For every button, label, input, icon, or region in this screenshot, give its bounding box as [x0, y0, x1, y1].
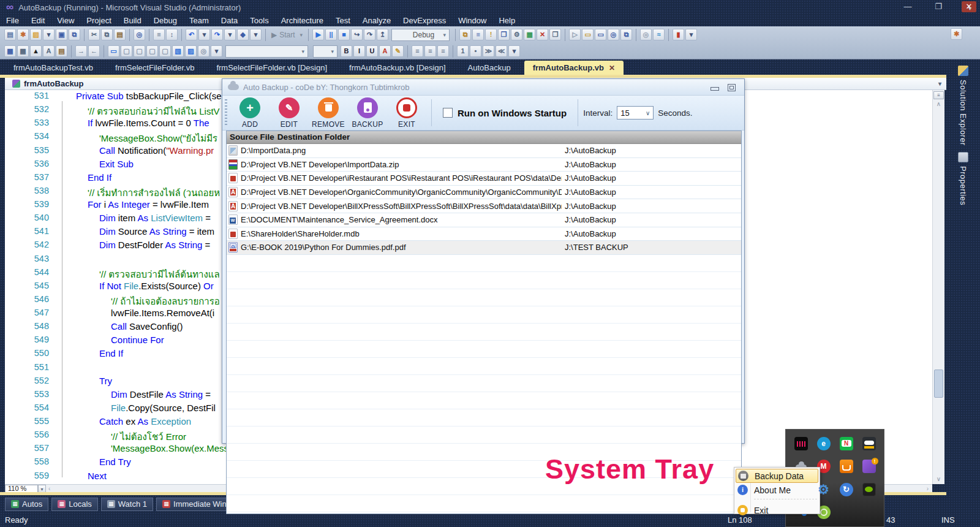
vertical-scroll-thumb[interactable]	[934, 370, 943, 398]
toolbar-item[interactable]	[308, 29, 309, 41]
toolbar-item[interactable]: ❒	[498, 29, 510, 40]
toolbar-item[interactable]: ▢	[159, 45, 171, 57]
toolbar-item[interactable]: ↷	[211, 29, 223, 40]
toolbar-item[interactable]: ≈	[653, 29, 665, 40]
toolbar-item[interactable]: ✱	[17, 29, 29, 40]
toolbar-item[interactable]: ▷	[569, 29, 581, 40]
dialog-toolbar-button[interactable]: ✎ EDIT	[270, 97, 309, 129]
tab-overflow-icon[interactable]: ▾	[968, 5, 971, 12]
table-row[interactable]: D:\Project VB.NET Developer\BillXPressSo…	[227, 199, 741, 213]
toolbar-item[interactable]: ⧉	[69, 29, 80, 40]
menu-item[interactable]: Data	[215, 15, 244, 26]
startup-checkbox-group[interactable]: Run on Windows Startup	[443, 108, 567, 118]
toolbar-item[interactable]: ▦	[524, 29, 535, 40]
toolbar-item[interactable]: →	[75, 45, 87, 57]
toolbar-item[interactable]: ≡	[412, 45, 423, 57]
tool-window-tab[interactable]: Properties	[946, 152, 980, 205]
toolbar-item[interactable]	[225, 45, 308, 58]
toolbar-item[interactable]: ↕	[166, 29, 178, 40]
menu-item[interactable]: Debug	[148, 15, 183, 26]
debug-panel-tab[interactable]: ▦ Autos	[5, 498, 48, 511]
tab-close-icon[interactable]: ✕	[609, 64, 615, 72]
toolbar-item[interactable]: ≡	[437, 45, 449, 57]
toolbar-item[interactable]: ▭	[595, 29, 606, 40]
menu-item[interactable]: Build	[118, 15, 148, 26]
toolbar-item[interactable]: ⚙	[511, 29, 522, 40]
document-tab[interactable]: frmSelectFileFolder.vb	[107, 61, 208, 75]
document-tab[interactable]: frmAutoBackupTest.vb	[5, 61, 107, 75]
toolbar-item[interactable]	[84, 29, 85, 41]
table-row[interactable]: G:\E-BOOK 2019\Python For Dummies.pdf.pd…	[227, 241, 741, 255]
tray-icon[interactable]	[862, 437, 876, 450]
toolbar-item[interactable]: ↷	[364, 29, 375, 40]
toolbar-item[interactable]: ↥	[377, 29, 388, 40]
menu-item[interactable]: File	[0, 15, 25, 26]
dialog-toolbar-button[interactable]: + ADD	[230, 97, 270, 129]
toolbar-item[interactable]: A	[43, 45, 55, 57]
interval-combo[interactable]: 15 ∨	[617, 106, 654, 119]
toolbar-item[interactable]: ≫	[483, 45, 494, 57]
menu-item[interactable]: Architecture	[275, 15, 330, 26]
toolbar-item[interactable]: ▾	[43, 29, 55, 40]
toolbar-item[interactable]	[668, 29, 669, 41]
toolbar-item[interactable]: ▭	[108, 45, 119, 57]
toolbar-item[interactable]: !	[485, 29, 497, 40]
toolbar-item[interactable]: ≪	[496, 45, 507, 57]
toolbar-item[interactable]	[636, 29, 636, 41]
table-row[interactable]: D:\ImportData.png J:\AutoBackup	[227, 144, 741, 158]
dialog-minimize-icon[interactable]	[710, 87, 719, 91]
menu-item[interactable]: Window	[452, 15, 492, 26]
document-tab[interactable]: frmSelectFileFolder.vb [Design]	[208, 61, 341, 75]
toolbar-item[interactable]: ▧	[172, 45, 184, 57]
column-header[interactable]: Source File	[227, 131, 274, 143]
toolbar-item[interactable]: ✎	[392, 45, 404, 57]
toolbar-item[interactable]: ▦	[17, 45, 29, 57]
maximize-button[interactable]: ❐	[931, 1, 946, 12]
tray-icon[interactable]: e	[817, 437, 831, 450]
table-row[interactable]: D:\Project VB.NET Developer\OrganicCommu…	[227, 186, 741, 200]
toolbar-item[interactable]	[313, 45, 337, 58]
toolbar-item[interactable]: ▤	[4, 29, 16, 40]
zoom-dropdown-icon[interactable]: ▾	[38, 485, 46, 493]
table-row[interactable]: E:\DOCUMENT\Maintenance_Service_Agreemen…	[227, 213, 741, 227]
document-tab[interactable]: frmAutoBackup.vb ✕	[524, 61, 624, 75]
toolbar-item[interactable]: ▢	[121, 45, 132, 57]
toolbar-item[interactable]	[453, 45, 453, 58]
table-row[interactable]: D:\Project VB.NET Developer\iRestaurant …	[227, 172, 741, 186]
toolbar-item[interactable]	[104, 45, 104, 58]
toolbar-item[interactable]: ▾	[685, 29, 697, 40]
debug-panel-tab[interactable]: ▦ Watch 1	[101, 498, 153, 511]
toolbar-item[interactable]: ||	[325, 29, 337, 40]
context-menu-item[interactable]: Exit	[736, 503, 818, 517]
toolbar-item[interactable]: ▤	[56, 45, 67, 57]
context-menu-item[interactable]: About Me	[736, 483, 818, 497]
toolbar-item[interactable]: ▲	[30, 45, 42, 57]
context-menu-item[interactable]	[754, 499, 817, 503]
toolbar-item[interactable]: ⧉	[620, 29, 632, 40]
toolbar-item[interactable]: ◆	[237, 29, 249, 40]
toolbar-item[interactable]	[407, 45, 408, 58]
toolbar-item[interactable]: ⧉	[101, 29, 113, 40]
menu-item[interactable]: View	[51, 15, 80, 26]
toolbar-item[interactable]: ◎	[134, 29, 145, 40]
toolbar-item[interactable]: ▾	[508, 45, 520, 57]
toolbar-item[interactable]: ▦	[4, 45, 16, 57]
toolbar-item[interactable]: ■	[338, 29, 350, 40]
column-header[interactable]: Destination Folder	[274, 131, 741, 143]
menu-item[interactable]: Test	[330, 15, 356, 26]
dialog-toolbar-button[interactable]: REMOVE	[309, 97, 348, 129]
toolbar-item[interactable]: ◎	[198, 45, 209, 57]
editor-zoom-combo[interactable]: 110 %	[5, 485, 38, 493]
toolbar-item[interactable]	[265, 29, 266, 41]
run-on-startup-checkbox[interactable]	[443, 108, 453, 118]
toolbar-item[interactable]: ▢	[134, 45, 145, 57]
table-row[interactable]: D:\Project VB.NET Developer\ImportData.z…	[227, 158, 741, 172]
toolbar-item[interactable]: ≡	[472, 29, 484, 40]
toolbar-item[interactable]: ▾	[198, 29, 210, 40]
toolbar-item[interactable]: ✕	[537, 29, 548, 40]
menu-item[interactable]: Analyze	[356, 15, 397, 26]
tray-icon[interactable]: ⚙	[817, 483, 831, 496]
toolbar-item[interactable]: ↪	[351, 29, 363, 40]
splitter-handle-icon[interactable]: ≡	[933, 91, 944, 99]
navbar-dropdown-icon[interactable]: ▾	[938, 80, 941, 87]
